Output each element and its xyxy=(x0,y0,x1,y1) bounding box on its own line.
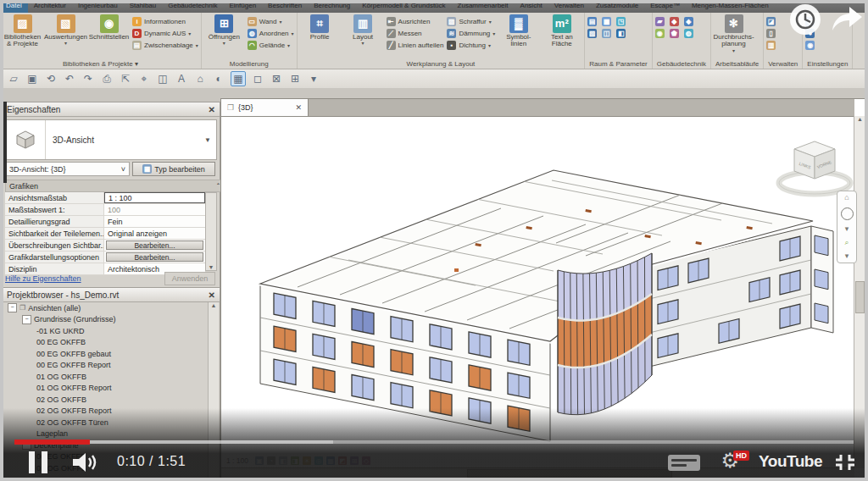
tree-item-00-eg-okffb-report[interactable]: 00 EG OKFFB Report xyxy=(4,360,208,372)
ribbon-tab-ingenieurbau[interactable]: Ingenieurbau xyxy=(72,0,124,13)
tree-expander-icon[interactable]: − xyxy=(8,303,17,312)
text-icon[interactable]: A xyxy=(175,72,188,86)
settings-units-icon[interactable]: ◉ xyxy=(805,41,815,50)
ribbon-button-bibliotheken-projekte[interactable]: ▨Bibliotheken & Projekte xyxy=(3,14,42,48)
youtube-logo[interactable]: YouTube xyxy=(759,452,822,471)
color-scheme-icon[interactable]: ◧ xyxy=(616,29,626,38)
tree-item-01-og-okffb[interactable]: 01 OG OKFFB xyxy=(4,371,208,383)
ribbon-button-zwischenablage[interactable]: ▤Zwischenablage▾ xyxy=(132,40,198,51)
redo-icon[interactable]: ↷ xyxy=(81,72,95,86)
ribbon-tab-stahlbau[interactable]: Stahlbau xyxy=(124,0,163,13)
scroll-down-icon[interactable]: ▼ xyxy=(209,264,214,270)
visibility-graphics-icon[interactable]: ▦ xyxy=(231,71,246,86)
area-icon[interactable]: ▧ xyxy=(587,29,597,38)
ribbon-button-ausrichten[interactable]: ⇤Ausrichten xyxy=(387,16,444,27)
ribbon-button-layout[interactable]: ▥Layout▾ xyxy=(343,14,383,46)
open-icon[interactable]: ▱ xyxy=(7,72,20,86)
align-dimension-icon[interactable]: ⌖ xyxy=(137,72,151,86)
qat-overflow-icon[interactable]: ▾ xyxy=(307,72,320,86)
ribbon-button-profile[interactable]: ⌗Profile xyxy=(300,14,340,41)
close-hidden-icon[interactable]: ⊠ xyxy=(270,72,283,86)
properties-title-bar[interactable]: Eigenschaften ✕ xyxy=(3,102,220,117)
ribbon-tab-körpermodell-grundstück[interactable]: Körpermodell & Grundstück xyxy=(356,0,451,13)
property-grid-scrollbar[interactable]: ▼ xyxy=(205,192,217,271)
property-value[interactable]: Original anzeigen xyxy=(104,228,205,239)
tree-item-grundrisse-grundrisse[interactable]: −Grundrisse (Grundrisse) xyxy=(4,314,208,326)
scroll-thumb[interactable] xyxy=(855,281,865,313)
ribbon-button-messen[interactable]: ⟋Messen xyxy=(387,28,444,39)
default-3d-view-icon[interactable]: ⌂ xyxy=(193,72,207,86)
cable-tray-icon[interactable]: ◈ xyxy=(684,17,693,26)
chevron-down-icon[interactable]: ▾ xyxy=(845,252,849,260)
ribbon-button-linien-aufteilen[interactable]: ╱Linien aufteilen xyxy=(387,40,444,51)
ribbon-button-wand[interactable]: ▭Wand▾ xyxy=(248,16,294,27)
navbar-home-icon[interactable]: ⌂ xyxy=(844,194,849,202)
property-value[interactable]: 1 : 100 xyxy=(104,192,205,203)
project-browser-title-bar[interactable]: Projektbrowser - hs_Demo.rvt ✕ xyxy=(3,288,220,302)
collapse-icon[interactable]: ˆ xyxy=(217,182,220,191)
ribbon-button-schraffur[interactable]: ▨Schraffur▾ xyxy=(447,16,495,27)
measure-icon[interactable]: ⇱ xyxy=(119,72,132,86)
ribbon-tab-zusammenarbeit[interactable]: Zusammenarbeit xyxy=(452,0,515,13)
ribbon-tab-mengen-massen-flächen[interactable]: Mengen-Massen-Flächen xyxy=(686,0,775,13)
chevron-down-icon[interactable]: ▾ xyxy=(845,225,849,233)
duct-icon[interactable]: ▰ xyxy=(655,17,665,26)
zoom-icon[interactable]: ⌕ xyxy=(844,239,849,246)
ribbon-tab-architektur[interactable]: Architektur xyxy=(28,0,72,13)
undo-icon[interactable]: ↶ xyxy=(63,72,76,86)
manage-materials-icon[interactable]: ▥ xyxy=(766,41,776,50)
ribbon-tab-einfügen[interactable]: Einfügen xyxy=(224,0,263,13)
type-selector[interactable]: 3D-Ansicht ▼ xyxy=(5,119,217,160)
property-value[interactable]: Fein xyxy=(104,216,205,227)
ribbon-tab-berechnung[interactable]: Berechnung xyxy=(308,0,356,13)
tag-icon[interactable]: ◫ xyxy=(156,72,170,86)
close-icon[interactable]: ✕ xyxy=(295,103,302,112)
ribbon-button-dichtung[interactable]: ▪Dichtung▾ xyxy=(447,40,495,51)
tree-item-02-og-okffb[interactable]: 02 OG OKFFB xyxy=(4,394,208,406)
tree-item-00-eg-okffb[interactable]: 00 EG OKFFB xyxy=(4,337,208,349)
room-icon[interactable]: ▤ xyxy=(587,17,597,26)
area-boundary-icon[interactable]: ◫ xyxy=(602,29,611,38)
tree-item-00-eg-okffb-gebaut[interactable]: 00 EG OKFFB gebaut xyxy=(4,348,208,360)
scroll-up-icon[interactable]: ▲ xyxy=(211,302,217,308)
viewcube[interactable]: LINKSVORNE xyxy=(779,141,850,194)
volume-button[interactable] xyxy=(71,451,100,478)
watch-later-button[interactable] xyxy=(790,4,821,35)
tag-room-icon[interactable]: ◳ xyxy=(616,17,626,26)
tree-item-01-kg-ukrd[interactable]: -01 KG UKRD xyxy=(4,325,208,337)
room-separator-icon[interactable]: ▦ xyxy=(602,17,611,26)
pipe-icon[interactable]: ◆ xyxy=(670,17,679,26)
ribbon-tab-ansicht[interactable]: Ansicht xyxy=(515,0,548,13)
close-icon[interactable]: ✕ xyxy=(209,290,215,300)
section-header-grafiken[interactable]: Grafiken ˆ xyxy=(5,180,224,192)
manage-links-icon[interactable]: ◪ xyxy=(766,17,776,26)
sync-icon[interactable]: ⟲ xyxy=(44,72,58,86)
view-tab-3d[interactable]: ❐ {3D} ✕ xyxy=(221,99,309,116)
ribbon-button-symbol-linien[interactable]: ▓Symbol-linien xyxy=(498,14,538,48)
tree-item-ansichten-alle[interactable]: −❐Ansichten (alle) xyxy=(4,302,208,314)
ribbon-button-öffnungen[interactable]: ⊞Öffnungen▾ xyxy=(204,14,244,46)
ribbon-tab-zusatzmodule[interactable]: Zusatzmodule xyxy=(590,0,644,13)
ribbon-button-schnittstellen[interactable]: ◉Schnittstellen xyxy=(89,14,129,41)
ribbon-tab-escape[interactable]: Escape™ xyxy=(644,0,686,13)
tree-item-01-og-okffb-report[interactable]: 01 OG OKFFB Report xyxy=(4,383,208,395)
help-link[interactable]: Hilfe zu Eigenschaften xyxy=(5,274,81,283)
render-icon[interactable]: ◐ xyxy=(212,72,225,86)
ribbon-button-dynamic-aus[interactable]: DDynamic AUS▾ xyxy=(132,28,198,39)
ribbon-button-durchbruchs-planung[interactable]: ✻Durchbruchs-planung▾ xyxy=(714,14,754,53)
edit-button[interactable]: Bearbeiten... xyxy=(106,240,203,250)
ribbon-tab-datei[interactable]: Datei xyxy=(0,0,28,13)
ribbon-tab-gebäudetechnik[interactable]: Gebäudetechnik xyxy=(162,0,223,13)
manage-images-icon[interactable]: ▯ xyxy=(766,29,776,38)
close-icon[interactable]: ✕ xyxy=(209,105,215,114)
ribbon-tab-verwalten[interactable]: Verwalten xyxy=(548,0,590,13)
view-filter-combo[interactable]: 3D-Ansicht: {3D} ˅ xyxy=(5,162,130,176)
ribbon-button-informationen[interactable]: iInformationen xyxy=(132,16,198,27)
mech-equipment-icon[interactable]: ⬟ xyxy=(670,29,679,38)
switch-windows-icon[interactable]: ⊞ xyxy=(288,72,302,86)
fullscreen-button[interactable] xyxy=(834,453,856,475)
ribbon-button-auswertungen[interactable]: ▧Auswertungen▾ xyxy=(46,14,86,46)
thin-lines-icon[interactable]: ◻ xyxy=(251,72,264,86)
ribbon-button-anordnen[interactable]: ◍Anordnen▾ xyxy=(248,28,294,39)
pause-button[interactable] xyxy=(29,451,47,473)
